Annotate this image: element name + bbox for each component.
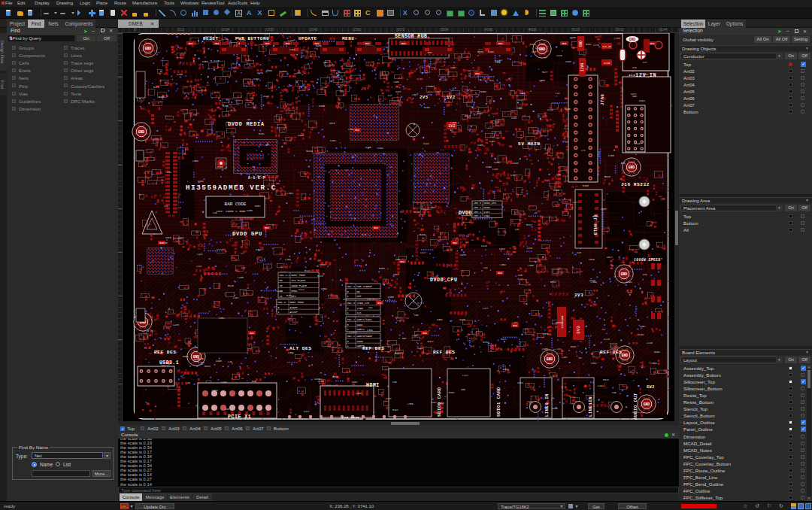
svg-text:C68: C68 (414, 314, 419, 317)
svg-text:U148: U148 (263, 95, 269, 98)
svg-text:GND: GND (374, 227, 378, 229)
svg-text:BAR CODE: BAR CODE (225, 202, 247, 207)
svg-text:L137: L137 (492, 168, 498, 171)
svg-text:C115: C115 (481, 244, 487, 247)
svg-text:L40: L40 (186, 381, 190, 384)
svg-text:GND: GND (650, 42, 655, 45)
svg-text:C383: C383 (393, 273, 399, 276)
svg-text:L114: L114 (277, 290, 283, 293)
svg-text:R107: R107 (571, 345, 577, 348)
svg-text:GND: GND (629, 165, 635, 169)
svg-text:R24: R24 (489, 79, 494, 82)
svg-text:12V_IN: 12V_IN (602, 45, 611, 48)
svg-text:C30: C30 (518, 274, 523, 277)
svg-text:U269: U269 (414, 211, 420, 214)
svg-text:C117: C117 (420, 251, 426, 254)
svg-text:CAN0: CAN0 (357, 340, 363, 343)
svg-text:ASAMP: ASAMP (290, 306, 298, 309)
svg-text:PCIE X1: PCIE X1 (228, 414, 251, 420)
svg-text:JTAG: JTAG (600, 93, 605, 105)
svg-text:SW2.3: SW2.3 (347, 302, 355, 305)
svg-text:C152: C152 (489, 140, 495, 143)
svg-text:L384: L384 (500, 263, 506, 266)
svg-text:L414: L414 (280, 70, 286, 73)
svg-text:GND: GND (629, 38, 636, 41)
svg-text:GND: GND (250, 332, 254, 335)
svg-text:3V3: 3V3 (574, 293, 583, 298)
svg-text:C92: C92 (368, 306, 373, 309)
svg-text:BOOT FROM: BOOT FROM (292, 274, 305, 277)
svg-text:U310: U310 (165, 236, 171, 239)
svg-text:L351: L351 (348, 128, 354, 131)
svg-text:R474: R474 (194, 358, 200, 361)
svg-text:R298: R298 (424, 106, 430, 109)
svg-text:R117: R117 (526, 223, 532, 226)
svg-text:U416: U416 (307, 150, 313, 153)
svg-text:R321: R321 (550, 281, 556, 284)
svg-text:L354: L354 (287, 192, 293, 195)
svg-text:R328: R328 (477, 50, 483, 53)
svg-text:GND: GND (400, 261, 404, 263)
svg-text:SENSOR HUB.: SENSOR HUB. (395, 34, 431, 39)
svg-text:LINE1IN: LINE1IN (588, 396, 593, 417)
svg-text:PCB EDGE: PCB EDGE (342, 416, 359, 419)
svg-text:R57: R57 (402, 337, 407, 340)
svg-text:GND: GND (145, 47, 152, 50)
svg-text:10: 10 (280, 284, 283, 287)
svg-text:C32: C32 (515, 228, 520, 231)
svg-text:BOOT FROM: BOOT FROM (290, 301, 304, 304)
svg-text:C138: C138 (177, 237, 183, 240)
svg-text:R484: R484 (530, 43, 536, 46)
svg-text:R477: R477 (542, 71, 548, 74)
svg-text:R37: R37 (644, 73, 649, 76)
svg-text:DVDD GPU: DVDD GPU (232, 231, 262, 237)
svg-text:C104: C104 (330, 139, 336, 142)
svg-text:U106: U106 (388, 296, 394, 299)
svg-text:GND: GND (621, 272, 628, 276)
svg-text:11: 11 (280, 295, 283, 298)
svg-text:GND: GND (644, 402, 650, 406)
svg-text:R290: R290 (565, 108, 571, 111)
svg-text:REF DES: REF DES (433, 350, 456, 355)
svg-text:R418: R418 (205, 365, 211, 368)
svg-text:U255: U255 (247, 209, 253, 212)
svg-text:L407: L407 (562, 356, 568, 359)
svg-text:0: 0 (347, 307, 349, 310)
svg-text:U185: U185 (570, 36, 576, 39)
svg-text:C27: C27 (388, 94, 392, 97)
svg-text:R21: R21 (257, 175, 262, 178)
svg-text:R48: R48 (252, 380, 256, 383)
svg-text:L477: L477 (483, 307, 489, 310)
svg-text:L41: L41 (164, 205, 168, 208)
svg-text:U304: U304 (437, 318, 443, 321)
svg-text:C142: C142 (511, 117, 517, 120)
svg-text:R471: R471 (153, 86, 159, 89)
svg-text:L170: L170 (186, 342, 192, 345)
svg-text:U279: U279 (257, 71, 263, 74)
svg-text:C115: C115 (556, 54, 562, 57)
svg-text:U51: U51 (297, 71, 301, 74)
svg-text:C191: C191 (289, 48, 295, 51)
svg-text:C296: C296 (365, 146, 371, 149)
svg-text:HDMI: HDMI (366, 383, 380, 388)
svg-text:U427: U427 (631, 93, 637, 96)
svg-text:U456: U456 (552, 407, 558, 410)
svg-text:L421: L421 (197, 253, 203, 256)
svg-text:L180: L180 (238, 276, 244, 279)
svg-text:C110: C110 (635, 142, 641, 145)
svg-text:C45: C45 (163, 241, 168, 244)
svg-text:UART1/CAN1: UART1/CAN1 (357, 318, 372, 321)
svg-text:USB3.1: USB3.1 (159, 360, 179, 366)
svg-text:REF DES: REF DES (362, 346, 385, 351)
svg-text:1: 1 (347, 311, 349, 314)
svg-text:UART1: UART1 (357, 328, 365, 331)
svg-text:L166: L166 (450, 121, 456, 124)
svg-text:R420: R420 (228, 284, 234, 287)
svg-text:C77: C77 (643, 61, 647, 64)
svg-text:L11: L11 (483, 266, 488, 269)
svg-text:R422: R422 (501, 338, 507, 341)
svg-text:C250: C250 (608, 154, 614, 157)
svg-text:R400: R400 (583, 184, 589, 187)
svg-text:L276: L276 (593, 44, 599, 47)
svg-text:R232: R232 (159, 96, 165, 99)
